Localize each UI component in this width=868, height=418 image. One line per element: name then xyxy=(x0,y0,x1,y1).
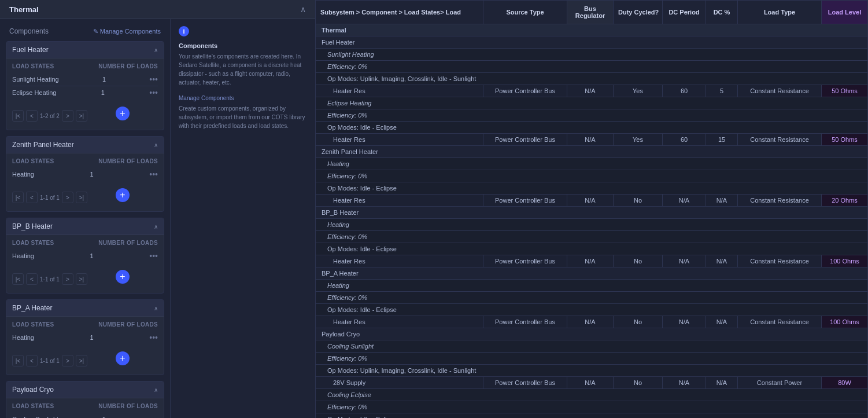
data-source: Power Controller Bus xyxy=(483,134,567,146)
op-modes-label: Op Modes: Idle - Eclipse xyxy=(316,304,868,316)
fuel-heater-card: Fuel Heater ∧ Load States Number of load… xyxy=(6,41,164,130)
next-page-button[interactable]: > xyxy=(62,192,73,203)
fuel-heater-header: Fuel Heater ∧ xyxy=(6,42,164,58)
first-page-button[interactable]: |< xyxy=(12,110,24,122)
thermal-header: Thermal ∧ xyxy=(0,0,315,19)
data-load-type: Constant Resistance xyxy=(738,134,822,146)
load-state-more-icon[interactable]: ••• xyxy=(149,333,158,342)
num-loads-col-header: Number of loads xyxy=(98,321,158,328)
sub-label: Efficiency: 0% xyxy=(316,170,868,182)
sub-label: Sunlight Heating xyxy=(316,49,868,61)
next-page-button[interactable]: > xyxy=(62,110,73,122)
load-state-name: Eclipse Heating xyxy=(12,89,56,96)
thermal-collapse-button[interactable]: ∧ xyxy=(300,5,306,14)
sub-label: Eclipse Heating xyxy=(316,97,868,109)
num-loads-col-header: Number of loads xyxy=(98,158,158,164)
data-dc-pct: N/A xyxy=(706,316,738,328)
load-state-more-icon[interactable]: ••• xyxy=(149,88,158,97)
bp-a-title: BP_A Heater xyxy=(12,304,52,312)
zenith-pagination: |< < 1-1 of 1 > >| + xyxy=(6,185,164,211)
num-loads-col-header: Number of loads xyxy=(98,63,158,69)
data-load-level: 20 Ohms xyxy=(822,195,868,207)
components-label: Components xyxy=(9,27,49,35)
pagination-controls: |< < 1-2 of 2 > >| xyxy=(12,110,87,122)
data-row-label: Heater Res xyxy=(316,255,483,267)
first-page-button[interactable]: |< xyxy=(12,273,24,285)
add-load-state-button[interactable]: + xyxy=(116,351,130,365)
data-load-level: 100 Ohms xyxy=(822,255,868,267)
bp-a-pagination: |< < 1-1 of 1 > >| + xyxy=(6,349,164,375)
data-row-label: Heater Res xyxy=(316,134,483,146)
load-states-col-header: Load States xyxy=(12,158,54,164)
prev-page-button[interactable]: < xyxy=(26,355,38,366)
manage-components-link[interactable]: ✎ Manage Components xyxy=(93,28,161,35)
data-load-level: 100 Ohms xyxy=(822,316,868,328)
last-page-button[interactable]: >| xyxy=(76,273,87,285)
data-bus-reg: N/A xyxy=(567,377,614,389)
list-item: Sunlight Heating 1 ••• xyxy=(12,73,158,86)
data-dc-period: 60 xyxy=(663,85,706,97)
data-duty-cycled: No xyxy=(614,316,663,328)
data-source: Power Controller Bus xyxy=(483,85,567,97)
th-dc-pct: DC % xyxy=(706,1,738,24)
add-load-state-button[interactable]: + xyxy=(116,270,130,284)
sub-label: Efficiency: 0% xyxy=(316,109,868,122)
bp-a-table-header: Load States Number of loads xyxy=(12,321,158,328)
next-page-button[interactable]: > xyxy=(62,355,73,366)
bp-b-controls: ∧ xyxy=(154,223,158,230)
fuel-heater-collapse-icon[interactable]: ∧ xyxy=(154,47,158,53)
help-panel: i Components Your satellite's components… xyxy=(171,19,315,418)
list-item: Heating 1 ••• xyxy=(12,331,158,344)
prev-page-button[interactable]: < xyxy=(26,192,38,203)
bp-b-collapse-icon[interactable]: ∧ xyxy=(154,223,158,230)
last-page-button[interactable]: >| xyxy=(76,110,87,122)
first-page-button[interactable]: |< xyxy=(12,192,24,203)
load-state-name: Heating xyxy=(12,171,34,178)
sub-label: Heating xyxy=(316,158,868,170)
zenith-title: Zenith Panel Heater xyxy=(12,141,74,149)
op-modes-label: Op Modes: Idle - Eclipse xyxy=(316,182,868,195)
data-dc-pct: 5 xyxy=(706,85,738,97)
payload-cryo-collapse-icon[interactable]: ∧ xyxy=(154,387,158,393)
op-modes-label: Op Modes: Idle - Eclipse xyxy=(316,122,868,134)
load-states-col-header: Load States xyxy=(12,240,54,246)
load-state-more-icon[interactable]: ••• xyxy=(149,75,158,84)
data-source: Power Controller Bus xyxy=(483,377,567,389)
fuel-heater-title: Fuel Heater xyxy=(12,46,49,54)
bp-a-heater-card: BP_A Heater ∧ Load States Number of load… xyxy=(6,299,164,375)
next-page-button[interactable]: > xyxy=(62,273,73,285)
sub-label: Heating xyxy=(316,219,868,231)
data-source: Power Controller Bus xyxy=(483,195,567,207)
first-page-button[interactable]: |< xyxy=(12,355,24,366)
load-state-more-icon[interactable]: ••• xyxy=(149,415,158,418)
add-load-state-button[interactable]: + xyxy=(116,188,130,202)
data-load-type: Constant Power xyxy=(738,377,822,389)
load-state-name: Sunlight Heating xyxy=(12,76,59,83)
prev-page-button[interactable]: < xyxy=(26,273,38,285)
manage-components-help-link[interactable]: Manage Components xyxy=(179,95,234,101)
loads-table: Subsystem > Component > Load States> Loa… xyxy=(315,0,868,418)
component-name-label: BP_B Heater xyxy=(316,207,868,219)
list-item: Heating 1 ••• xyxy=(12,250,158,262)
bp-a-collapse-icon[interactable]: ∧ xyxy=(154,305,158,311)
load-state-more-icon[interactable]: ••• xyxy=(149,251,158,261)
last-page-button[interactable]: >| xyxy=(76,192,87,203)
data-duty-cycled: Yes xyxy=(614,134,663,146)
pagination-controls: |< < 1-1 of 1 > >| xyxy=(12,355,87,366)
th-load-type: Load Type xyxy=(738,1,822,24)
info-badge: i xyxy=(179,26,189,36)
data-row-label: 28V Supply xyxy=(316,377,483,389)
last-page-button[interactable]: >| xyxy=(76,355,87,366)
data-load-level: 80W xyxy=(822,377,868,389)
add-load-state-button[interactable]: + xyxy=(116,107,130,120)
pagination-controls: |< < 1-1 of 1 > >| xyxy=(12,273,87,285)
load-state-more-icon[interactable]: ••• xyxy=(149,170,158,179)
pagination-info: 1-2 of 2 xyxy=(40,113,60,119)
prev-page-button[interactable]: < xyxy=(26,110,38,122)
payload-cryo-table-header: Load States Number of loads xyxy=(12,403,158,409)
help-manage-text: Create custom components, organized by s… xyxy=(179,104,307,130)
payload-cryo-card: Payload Cryo ∧ Load States Number of loa… xyxy=(6,381,164,418)
load-states-col-header: Load States xyxy=(12,63,54,69)
sub-label: Cooling Sunlight xyxy=(316,340,868,353)
zenith-collapse-icon[interactable]: ∧ xyxy=(154,142,158,148)
